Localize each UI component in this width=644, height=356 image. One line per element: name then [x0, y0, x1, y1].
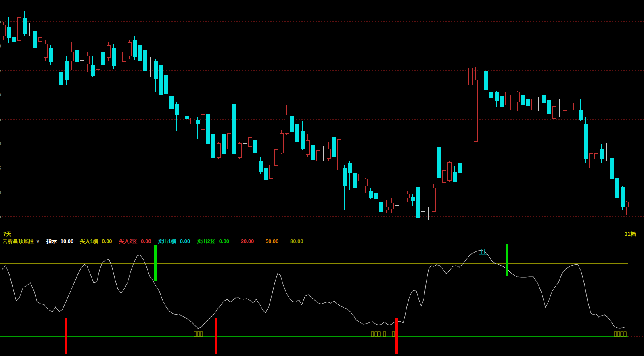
candle-body: [600, 149, 603, 159]
indicator-title[interactable]: 云析赢顶底柱: [2, 238, 34, 244]
candle-body: [248, 137, 252, 146]
candle: [327, 142, 330, 161]
candle-body: [615, 178, 619, 198]
candle-body: [33, 31, 37, 47]
candle: [148, 57, 152, 77]
candle-body: [238, 143, 241, 157]
candle-body: [75, 50, 79, 61]
candle: [122, 44, 126, 81]
candle: [411, 194, 414, 206]
candle-body: [91, 65, 94, 75]
candle: [625, 201, 628, 215]
candle: [416, 186, 420, 220]
candle: [59, 58, 63, 86]
candle-body: [584, 124, 588, 159]
candle: [568, 99, 572, 108]
candle: [75, 47, 79, 63]
candle: [196, 117, 199, 139]
candle: [453, 166, 456, 182]
candle-body: [484, 71, 488, 90]
candle: [23, 11, 26, 36]
candle: [474, 67, 477, 142]
candle-body: [222, 134, 226, 153]
candle: [348, 161, 351, 190]
candle: [238, 142, 241, 159]
candle-body: [285, 115, 289, 133]
candle: [301, 121, 304, 150]
candle-body: [369, 191, 372, 198]
candle-body: [101, 52, 105, 65]
bottom-signal-marker: [617, 332, 620, 336]
candle-body: [416, 187, 420, 218]
candle-body: [343, 168, 346, 186]
candle-body: [353, 173, 357, 188]
candle: [337, 119, 341, 186]
candle-body: [379, 202, 383, 212]
param-sell2-label: 卖出2竖: [197, 238, 215, 244]
candle-body: [206, 114, 210, 144]
candle-body: [442, 170, 446, 182]
candle-body: [232, 104, 236, 153]
candle: [180, 105, 184, 124]
candle: [589, 151, 593, 169]
candle: [44, 40, 47, 61]
candle: [91, 56, 94, 77]
candle: [49, 45, 52, 65]
param-sell1-label: 卖出1横: [158, 238, 176, 244]
candle: [621, 186, 624, 210]
candle: [117, 53, 121, 86]
candle: [154, 59, 157, 92]
candle-body: [542, 95, 546, 102]
axis-label: 5: [0, 68, 1, 73]
candle: [563, 98, 567, 115]
candle-body: [7, 27, 10, 38]
candle-body: [563, 100, 567, 110]
candle-body: [625, 202, 628, 207]
candle: [390, 198, 393, 213]
up-arrow-icon: ↑: [73, 238, 76, 244]
candle: [264, 165, 268, 182]
candle-body: [610, 158, 614, 178]
candle: [395, 200, 399, 212]
candle: [400, 198, 404, 211]
candle-body: [154, 61, 157, 79]
candle: [358, 172, 362, 198]
candle-body: [505, 92, 509, 105]
axis-label: 5: [0, 166, 1, 170]
candle: [101, 48, 105, 68]
trading-app-window: 505050505 7天 31档 云析赢顶底柱∨ 指示 10.00↑ 买入1横 …: [0, 0, 644, 356]
candle: [274, 145, 278, 168]
candle: [516, 91, 519, 111]
candle: [54, 53, 58, 69]
candle: [510, 93, 514, 111]
candle: [600, 144, 603, 163]
candle: [536, 97, 540, 111]
candle: [138, 42, 142, 76]
candle-body: [175, 104, 178, 114]
candle: [484, 69, 488, 91]
candle: [280, 130, 283, 154]
candle: [190, 110, 194, 126]
candle: [290, 105, 294, 133]
candle: [542, 92, 546, 109]
candle: [353, 172, 357, 198]
candle: [222, 133, 226, 155]
candle: [579, 99, 582, 121]
candle-body: [133, 40, 136, 57]
indicator-panel[interactable]: [0, 238, 644, 356]
candle-body: [364, 179, 367, 186]
candle: [143, 48, 147, 73]
candle-body: [196, 120, 199, 124]
bottom-signal-marker: [383, 332, 386, 336]
candle-body: [552, 106, 556, 118]
bottom-signal-marker: [197, 332, 200, 336]
candle: [217, 142, 220, 159]
candlestick-chart[interactable]: 505050505: [0, 0, 644, 237]
candle-body: [264, 168, 268, 180]
candle: [2, 22, 5, 40]
candle-body: [521, 95, 525, 105]
candle-body: [290, 116, 294, 131]
candle: [421, 206, 425, 226]
candle: [12, 35, 16, 44]
chevron-down-icon[interactable]: ∨: [36, 238, 40, 244]
